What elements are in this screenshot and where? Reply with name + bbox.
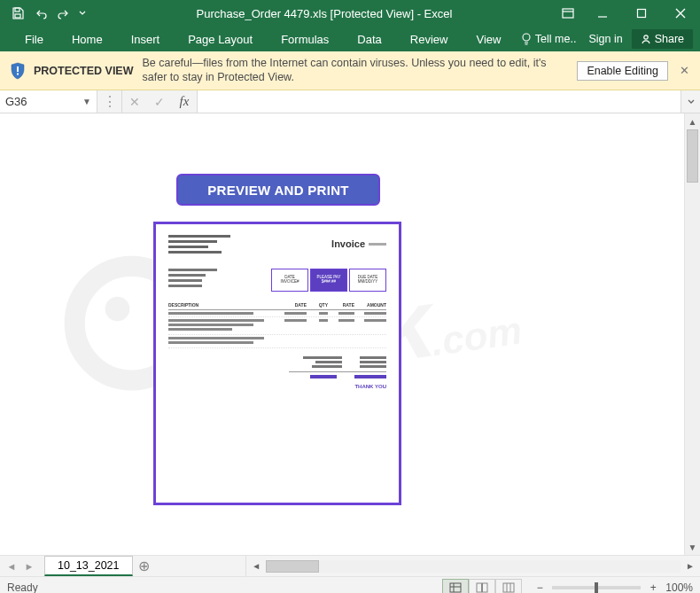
vertical-scrollbar[interactable]: ▲ ▼ (684, 113, 700, 555)
scroll-up-icon[interactable]: ▲ (685, 113, 700, 129)
hscroll-thumb[interactable] (266, 560, 319, 573)
enable-editing-button[interactable]: Enable Editing (577, 61, 668, 81)
vscroll-track[interactable] (685, 129, 700, 539)
tab-nav-prev-icon[interactable]: ◄ (4, 561, 19, 572)
page-layout-view-icon[interactable] (469, 579, 495, 593)
scroll-right-icon[interactable]: ► (682, 561, 698, 571)
svg-point-5 (643, 35, 647, 39)
svg-rect-0 (15, 8, 19, 12)
formula-bar-buttons: ✕ ✓ fx (122, 90, 198, 113)
status-text: Ready (7, 581, 38, 593)
person-icon (641, 34, 651, 44)
tab-formulas[interactable]: Formulas (267, 27, 343, 51)
protected-view-message: Be careful—files from the Internet can c… (143, 57, 569, 84)
sign-in-button[interactable]: Sign in (583, 27, 627, 51)
minimize-button[interactable] (583, 0, 622, 27)
close-button[interactable] (661, 0, 700, 27)
maximize-button[interactable] (622, 0, 661, 27)
invoice-summary-boxes: DATEINVOICE# PLEASE PAY$###.## DUE DATEM… (271, 269, 386, 292)
ribbon-tabs: File Home Insert Page Layout Formulas Da… (0, 27, 700, 51)
new-sheet-icon[interactable]: ⊕ (133, 556, 156, 576)
svg-rect-14 (503, 583, 514, 592)
svg-rect-6 (17, 66, 19, 72)
svg-point-4 (523, 34, 530, 41)
tab-page-layout[interactable]: Page Layout (174, 27, 267, 51)
sheet-tab-active[interactable]: 10_13_2021 (44, 556, 133, 576)
protected-view-title: PROTECTED VIEW (34, 65, 134, 77)
protected-view-banner: PROTECTED VIEW Be careful—files from the… (0, 51, 700, 90)
expand-formula-bar-icon[interactable] (681, 90, 700, 113)
scroll-down-icon[interactable]: ▼ (685, 539, 700, 555)
svg-rect-7 (17, 73, 19, 74)
name-box[interactable]: G36 ▼ (0, 90, 97, 113)
svg-rect-1 (15, 14, 20, 18)
tab-nav-next-icon[interactable]: ► (21, 561, 37, 572)
qat-customize-icon[interactable] (76, 3, 89, 24)
window-controls (553, 0, 700, 27)
tab-home[interactable]: Home (58, 27, 117, 51)
formula-bar-separator: ⋮ (97, 90, 122, 113)
tell-me-label: Tell me.. (535, 33, 577, 45)
zoom-in-button[interactable]: + (646, 581, 660, 593)
zoom-controls: − + 100% (533, 581, 693, 593)
svg-rect-2 (563, 9, 573, 18)
svg-rect-13 (483, 583, 488, 592)
lightbulb-icon (521, 33, 532, 45)
formula-bar: G36 ▼ ⋮ ✕ ✓ fx (0, 90, 700, 113)
view-switcher (442, 579, 522, 593)
enter-formula-icon[interactable]: ✓ (147, 95, 172, 109)
normal-view-icon[interactable] (442, 579, 469, 593)
title-bar: Purchase_Order 4479.xls [Protected View]… (0, 0, 700, 27)
file-tab[interactable]: File (11, 27, 58, 51)
svg-point-10 (105, 297, 130, 322)
svg-rect-11 (450, 583, 461, 592)
zoom-percent[interactable]: 100% (665, 581, 693, 593)
worksheet-area: pcrisk.com PREVIEW AND PRINT Invoice DAT… (0, 113, 700, 555)
fx-icon[interactable]: fx (172, 94, 197, 109)
invoice-totals (168, 355, 386, 378)
sign-in-label: Sign in (588, 33, 622, 45)
banner-close-icon[interactable]: ✕ (677, 64, 691, 77)
vscroll-thumb[interactable] (687, 129, 698, 183)
invoice-title: Invoice (331, 235, 386, 256)
name-box-value: G36 (5, 95, 27, 108)
sheet-canvas[interactable]: pcrisk.com PREVIEW AND PRINT Invoice DAT… (0, 113, 684, 555)
svg-rect-3 (638, 10, 646, 18)
horizontal-scrollbar[interactable]: ◄ ► (245, 556, 700, 576)
tab-view[interactable]: View (462, 27, 515, 51)
tab-insert[interactable]: Insert (117, 27, 175, 51)
zoom-slider[interactable] (552, 586, 641, 589)
status-bar: Ready − + 100% (0, 576, 700, 593)
hscroll-track[interactable] (266, 560, 681, 573)
ribbon-display-options-icon[interactable] (553, 0, 583, 27)
page-break-view-icon[interactable] (495, 579, 522, 593)
invoice-line-items: DESCRIPTION DATE QTY RATE AMOUNT (168, 302, 386, 348)
window-title: Purchase_Order 4479.xls [Protected View]… (96, 7, 553, 20)
quick-access-toolbar (0, 3, 96, 24)
chevron-down-icon[interactable]: ▼ (82, 97, 91, 106)
tell-me-search[interactable]: Tell me.. (516, 27, 582, 51)
sheet-tab-nav: ◄ ► (0, 556, 41, 576)
preview-and-print-button[interactable]: PREVIEW AND PRINT (176, 174, 380, 206)
undo-icon[interactable] (30, 3, 51, 24)
cancel-formula-icon[interactable]: ✕ (122, 95, 147, 109)
invoice-preview-image[interactable]: Invoice DATEINVOICE# PLEASE PAY$###.## D… (153, 222, 401, 505)
scroll-left-icon[interactable]: ◄ (248, 561, 264, 571)
share-label: Share (655, 33, 684, 45)
invoice-thanks: THANK YOU (168, 384, 386, 389)
tab-data[interactable]: Data (343, 27, 395, 51)
formula-input[interactable] (198, 90, 681, 113)
save-icon[interactable] (7, 3, 28, 24)
shield-icon (9, 62, 27, 80)
zoom-slider-thumb[interactable] (595, 582, 598, 593)
invoice-sender-block (168, 235, 230, 256)
invoice-billto-block (168, 269, 217, 292)
zoom-out-button[interactable]: − (533, 581, 547, 593)
tab-review[interactable]: Review (396, 27, 463, 51)
redo-icon[interactable] (53, 3, 74, 24)
svg-rect-12 (477, 583, 482, 592)
sheet-tabs-bar: ◄ ► 10_13_2021 ⊕ ◄ ► (0, 555, 700, 576)
share-button[interactable]: Share (632, 29, 693, 49)
